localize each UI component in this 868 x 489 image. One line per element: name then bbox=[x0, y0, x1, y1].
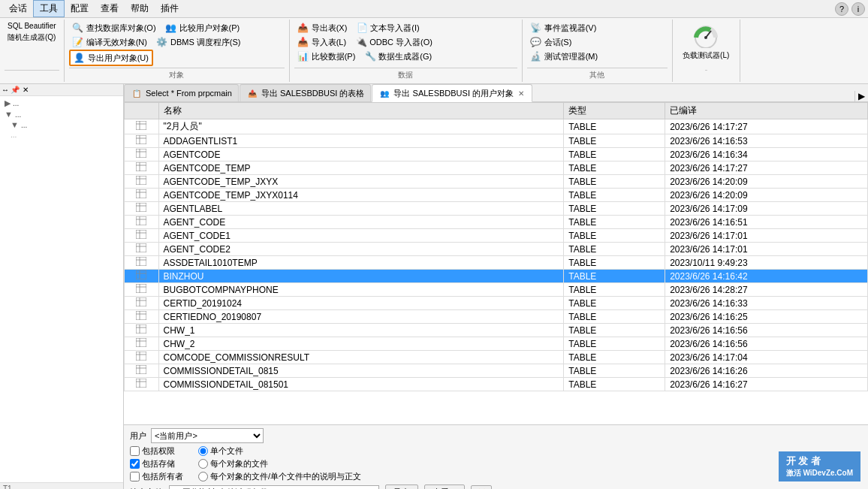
table-row[interactable]: CHW_2TABLE2023/6/26 14:16:56 bbox=[125, 337, 868, 351]
find-db-objects-btn[interactable]: 🔍 查找数据库对象(O) bbox=[69, 21, 159, 35]
table-row[interactable]: AGENTCODE_TEMP_JXYXTABLE2023/6/26 14:20:… bbox=[125, 175, 868, 189]
table-row[interactable]: BUGBOTCOMPNAYPHONETABLE2023/6/26 14:28:2… bbox=[125, 283, 868, 297]
table-row[interactable]: CHW_1TABLE2023/6/26 14:16:56 bbox=[125, 324, 868, 337]
text-importer-btn[interactable]: 📄 文本导入器(I) bbox=[353, 21, 422, 35]
load-tester-label: 负载测试器(L) bbox=[683, 50, 729, 61]
dbms-scheduler-btn[interactable]: ⚙️ DBMS 调度程序(S) bbox=[153, 35, 244, 49]
row-type: TABLE bbox=[564, 270, 665, 283]
table-row[interactable]: ADDAGENTLIST1TABLE2023/6/26 14:16:53 bbox=[125, 134, 868, 148]
table-row[interactable]: "2月人员"TABLE2023/6/26 14:17:27 bbox=[125, 119, 868, 134]
svg-rect-27 bbox=[136, 230, 146, 239]
cb-storage-label[interactable]: 包括存储 bbox=[130, 458, 183, 469]
row-compiled: 2023/6/26 14:16:53 bbox=[665, 134, 868, 148]
cb-perms[interactable] bbox=[130, 446, 140, 456]
cb-owners-label[interactable]: 包括所有者 bbox=[130, 471, 183, 482]
row-table-icon bbox=[125, 134, 159, 148]
table-row[interactable]: AGENTCODETABLE2023/6/26 14:16:34 bbox=[125, 148, 868, 161]
test-manager-btn[interactable]: 🔬 测试管理器(M) bbox=[527, 50, 601, 63]
rb-per-obj[interactable] bbox=[198, 459, 208, 469]
table-row[interactable]: BINZHOUTABLE2023/6/26 14:16:42 bbox=[125, 270, 868, 283]
rb-single-label[interactable]: 单个文件 bbox=[198, 445, 361, 457]
tab-export-user-objects[interactable]: 👥 导出 SALESBDBUSI 的用户对象 ✕ bbox=[372, 84, 532, 102]
rb-per-obj-desc[interactable] bbox=[198, 472, 208, 481]
table-row[interactable]: AGENT_CODE2TABLE2023/6/26 14:17:01 bbox=[125, 243, 868, 256]
compare-data-btn[interactable]: 📊 比较数据(P) bbox=[294, 50, 359, 63]
row-type: TABLE bbox=[564, 364, 665, 378]
user-select[interactable]: <当前用户> bbox=[151, 428, 264, 443]
sidebar-tree: ▶ ... ▼ ... ▼ ... ... bbox=[0, 96, 123, 482]
svg-rect-24 bbox=[136, 216, 146, 225]
svg-rect-60 bbox=[136, 379, 146, 388]
table-row[interactable]: COMMISSIONDETAIL_081501TABLE2023/6/26 14… bbox=[125, 378, 868, 391]
table-row[interactable]: AGENTCODE_TEMP_JXYX0114TABLE2023/6/26 14… bbox=[125, 189, 868, 202]
table-row[interactable]: COMMISSIONDETAIL_0815TABLE2023/6/26 14:1… bbox=[125, 364, 868, 378]
table-icon bbox=[136, 149, 146, 158]
export-user-objects-btn[interactable]: 👤 导出用户对象(U) bbox=[69, 50, 153, 66]
table-icon bbox=[136, 379, 146, 388]
export-btn[interactable]: 导出 bbox=[385, 484, 418, 489]
output-file-input[interactable] bbox=[169, 485, 379, 490]
load-tester-btn[interactable]: 负载测试器(L) bbox=[680, 50, 732, 62]
test-manager-label: 测试管理器(M) bbox=[544, 51, 598, 62]
session-btn[interactable]: 💬 会话(S) bbox=[527, 35, 575, 49]
tree-item-1[interactable]: ▶ ... bbox=[2, 98, 122, 109]
table-row[interactable]: CERTID_20191024TABLE2023/6/26 14:16:33 bbox=[125, 297, 868, 310]
row-type: TABLE bbox=[564, 119, 665, 134]
rb-single[interactable] bbox=[198, 446, 208, 456]
gen-btn[interactable]: 随机生成器(Q) bbox=[5, 32, 59, 44]
row-type: TABLE bbox=[564, 161, 665, 175]
table-row[interactable]: AGENT_CODETABLE2023/6/26 14:16:51 bbox=[125, 216, 868, 229]
tree-item-3[interactable]: ▼ ... bbox=[2, 119, 122, 130]
tab-select-prpcmain[interactable]: 📋 Select * From prpcmain bbox=[124, 84, 239, 101]
row-table-icon bbox=[125, 119, 159, 134]
compare-user-objects-btn[interactable]: 👥 比较用户对象(P) bbox=[162, 21, 243, 35]
svg-rect-45 bbox=[136, 311, 146, 320]
cb-storage[interactable] bbox=[130, 459, 140, 469]
menu-huihua[interactable]: 会话 bbox=[3, 1, 33, 17]
tab-export-tables[interactable]: 📤 导出 SALESBDBUSI 的表格 bbox=[240, 84, 372, 101]
row-table-icon bbox=[125, 256, 159, 270]
table-row[interactable]: COMCODE_COMMISSIONRESULTTABLE2023/6/26 1… bbox=[125, 351, 868, 364]
data-generator-btn[interactable]: 🔧 数据生成器(G) bbox=[361, 50, 435, 63]
menu-tools[interactable]: 工具 bbox=[33, 0, 65, 17]
close-panel-icon[interactable]: ✕ bbox=[23, 86, 29, 94]
tree-item-4[interactable]: ... bbox=[2, 130, 122, 140]
row-table-icon bbox=[125, 189, 159, 202]
right-panel: 📋 Select * From prpcmain 📤 导出 SALESBDBUS… bbox=[124, 84, 868, 489]
menu-help[interactable]: 帮助 bbox=[125, 1, 155, 17]
browse-btn[interactable]: 📁 bbox=[471, 485, 492, 489]
text-import-icon: 📄 bbox=[356, 22, 368, 34]
menu-config[interactable]: 配置 bbox=[65, 1, 95, 17]
table-row[interactable]: CERTIEDNO_20190807TABLE2023/6/26 14:16:2… bbox=[125, 310, 868, 324]
tab-close-btn[interactable]: ✕ bbox=[517, 89, 526, 98]
event-monitor-label: 事件监视器(V) bbox=[544, 23, 597, 34]
compile-invalid-btn[interactable]: 📝 编译无效对象(N) bbox=[69, 35, 150, 49]
tab-user-icon: 👥 bbox=[378, 87, 390, 99]
row-type: TABLE bbox=[564, 378, 665, 391]
cb-perms-label[interactable]: 包括权限 bbox=[130, 445, 183, 457]
checkboxes-group: 包括权限 包括存储 包括所有者 bbox=[130, 445, 183, 482]
table-row[interactable]: AGENT_CODE1TABLE2023/6/26 14:17:01 bbox=[125, 229, 868, 243]
menu-plugin[interactable]: 插件 bbox=[155, 1, 185, 17]
help-info-icon[interactable]: i bbox=[851, 2, 865, 16]
pin-icon[interactable]: 📌 bbox=[11, 86, 20, 94]
event-monitor-btn[interactable]: 📡 事件监视器(V) bbox=[527, 21, 600, 35]
sql-beautifier-btn[interactable]: SQL Beautifier bbox=[5, 21, 59, 31]
tab-scroll-right[interactable]: ▶ bbox=[854, 91, 868, 101]
table-row[interactable]: ASSDETAIL1010TEMPTABLE2023/10/11 9:49:23 bbox=[125, 256, 868, 270]
cb-owners[interactable] bbox=[130, 472, 140, 481]
export-table-btn[interactable]: 📤 导出表(X) bbox=[294, 21, 351, 35]
view-btn[interactable]: 查看(I) bbox=[424, 484, 465, 489]
table-row[interactable]: AGENTLABELTABLE2023/6/26 14:17:09 bbox=[125, 202, 868, 216]
odbc-importer-btn[interactable]: 🔌 ODBC 导入器(O) bbox=[352, 35, 436, 49]
row-compiled: 2023/6/26 14:16:26 bbox=[665, 364, 868, 378]
import-table-btn[interactable]: 📥 导入表(L) bbox=[294, 35, 349, 49]
rb-per-obj-label[interactable]: 每个对象的文件 bbox=[198, 458, 361, 469]
rb-per-obj-desc-label[interactable]: 每个对象的文件/单个文件中的说明与正文 bbox=[198, 471, 361, 482]
row-name: ASSDETAIL1010TEMP bbox=[158, 256, 564, 270]
table-icon bbox=[136, 352, 146, 361]
menu-view[interactable]: 查看 bbox=[95, 1, 125, 17]
help-question-icon[interactable]: ? bbox=[835, 2, 848, 16]
tree-item-2[interactable]: ▼ ... bbox=[2, 109, 122, 119]
table-row[interactable]: AGENTCODE_TEMPTABLE2023/6/26 14:17:27 bbox=[125, 161, 868, 175]
